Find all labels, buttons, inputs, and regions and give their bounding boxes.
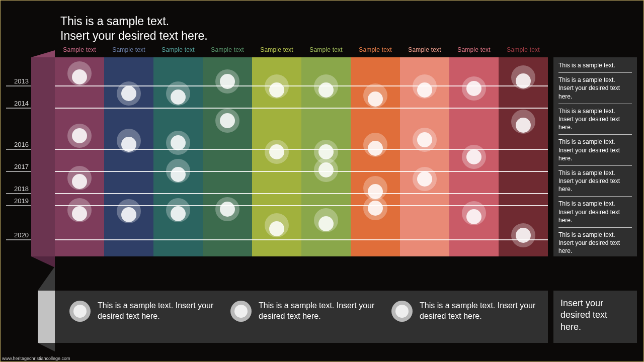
circle-icon xyxy=(69,301,91,322)
data-point xyxy=(166,159,190,183)
footer-fold-face xyxy=(38,291,55,343)
data-point xyxy=(67,198,92,222)
data-point xyxy=(67,166,92,190)
data-point xyxy=(67,61,92,85)
row-axis-tab xyxy=(31,57,55,256)
column-header: Sample text xyxy=(408,46,441,53)
column-header: Sample text xyxy=(162,46,195,53)
legend-text-2: This is a sample text. Insert your desir… xyxy=(259,301,381,322)
row-axis-fold-bot xyxy=(31,256,55,267)
page-title: This is a sample text. Insert your desir… xyxy=(60,14,208,43)
row-guide xyxy=(6,193,31,194)
data-point xyxy=(166,131,190,155)
row-divider xyxy=(55,193,548,194)
title-line2: Insert your desired text here. xyxy=(60,29,208,42)
row-guide xyxy=(6,171,31,172)
data-point xyxy=(511,223,535,247)
data-point xyxy=(462,145,486,169)
footer-fold-bot xyxy=(38,343,55,351)
legend-text-3: This is a sample text. Insert your desir… xyxy=(420,301,542,322)
data-point xyxy=(413,74,437,99)
data-point xyxy=(117,81,141,106)
row-axis-fold-top xyxy=(31,50,55,57)
data-point xyxy=(314,158,338,182)
row-guide xyxy=(6,108,31,109)
data-point xyxy=(265,140,289,164)
row-guide xyxy=(6,239,31,240)
row-label: 2014 xyxy=(9,100,29,107)
row-label: 2019 xyxy=(9,197,29,205)
column-header: Sample text xyxy=(457,46,491,53)
data-point xyxy=(215,69,239,94)
row-label: 2017 xyxy=(9,163,29,170)
sidebar-row: This is a sample text. Insert your desir… xyxy=(558,227,632,255)
row-guide xyxy=(6,85,31,86)
data-point xyxy=(314,208,338,232)
sidebar-cta: Insert your desired text here. xyxy=(553,291,637,343)
sidebar-row: This is a sample text. Insert your desir… xyxy=(558,72,632,101)
sidebar-row: This is a sample text. Insert your desir… xyxy=(558,196,632,224)
data-point xyxy=(215,197,239,221)
sidebar-row: This is a sample text. Insert your desir… xyxy=(558,165,632,194)
data-point xyxy=(215,109,239,133)
row-divider xyxy=(55,239,548,240)
column-header: Sample text xyxy=(211,46,244,53)
data-point xyxy=(166,81,190,106)
column-header: Sample text xyxy=(309,46,343,53)
data-point xyxy=(413,128,437,152)
data-point xyxy=(117,199,141,223)
row-guide xyxy=(6,149,31,150)
column-header: Sample text xyxy=(260,46,293,53)
footer-fold-top xyxy=(38,266,55,291)
data-point xyxy=(413,167,437,191)
sidebar-row: This is a sample text. xyxy=(558,61,632,69)
data-point xyxy=(511,110,535,134)
data-point xyxy=(265,213,289,237)
sidebar-row: This is a sample text. Insert your desir… xyxy=(558,104,632,132)
row-label: 2020 xyxy=(9,231,29,239)
legend-item-3: This is a sample text. Insert your desir… xyxy=(391,301,542,322)
credit-text: www.heritagechristiancollege.com xyxy=(2,356,70,361)
row-label: 2018 xyxy=(9,185,29,193)
data-point xyxy=(363,83,387,108)
data-point xyxy=(314,74,338,99)
legend-item-1: This is a sample text. Insert your desir… xyxy=(69,301,220,322)
title-line1: This is a sample text. xyxy=(60,15,169,28)
row-label: 2016 xyxy=(9,141,29,148)
circle-icon xyxy=(230,301,252,322)
sidebar: This is a sample text.This is a sample t… xyxy=(553,57,637,256)
data-point xyxy=(265,74,289,99)
row-divider xyxy=(55,171,548,172)
data-point xyxy=(462,201,486,225)
column-header: Sample text xyxy=(359,46,392,53)
data-point xyxy=(511,65,535,89)
column-header: Sample text xyxy=(112,46,145,53)
legend-item-2: This is a sample text. Insert your desir… xyxy=(230,301,381,322)
column-header: Sample text xyxy=(507,46,540,53)
data-point xyxy=(117,129,141,153)
sidebar-cta-text: Insert your desired text here. xyxy=(560,298,607,332)
row-label: 2013 xyxy=(9,77,29,85)
row-divider xyxy=(55,108,548,109)
data-point xyxy=(67,124,92,148)
column-header: Sample text xyxy=(63,46,96,53)
sidebar-row: This is a sample text. Insert your desir… xyxy=(558,134,632,162)
data-point xyxy=(462,76,486,101)
data-point xyxy=(166,198,190,222)
row-guide xyxy=(6,205,31,206)
data-point xyxy=(363,196,387,220)
circle-icon xyxy=(391,301,413,322)
data-point xyxy=(363,133,387,157)
legend-text-1: This is a sample text. Insert your desir… xyxy=(98,301,220,322)
matrix-column xyxy=(55,57,104,256)
